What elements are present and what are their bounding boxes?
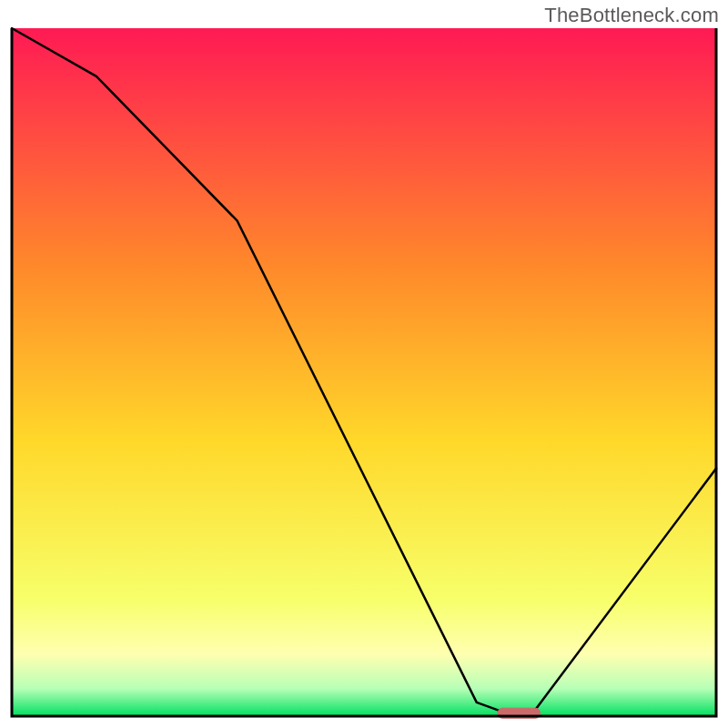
chart-container bbox=[9, 25, 719, 719]
bottleneck-chart-svg bbox=[9, 25, 719, 719]
watermark-text: TheBottleneck.com bbox=[544, 4, 719, 27]
gradient-background bbox=[12, 28, 716, 716]
